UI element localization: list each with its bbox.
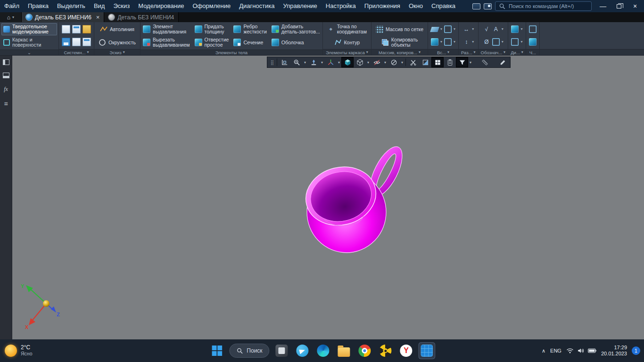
drawing-view-icon[interactable] [529,25,537,33]
autoline-button[interactable]: Автолиния [98,23,137,35]
mode-wireframe-surfaces[interactable]: Каркас иповерхности [1,36,57,49]
chevron-down-icon[interactable]: ▾ [520,27,522,31]
kompas-app-icon[interactable] [419,342,436,359]
chevron-down-icon[interactable]: ▾ [502,40,504,44]
filter-button[interactable] [456,57,468,67]
chevron-down-icon[interactable]: ▾ [474,50,476,54]
menu-settings[interactable]: Настройка [322,0,360,12]
chevron-down-icon[interactable]: ▾ [419,50,421,54]
minimize-button[interactable]: — [595,0,611,12]
chevron-down-icon[interactable]: ▾ [383,60,388,65]
gray-window-app-icon[interactable] [273,342,290,359]
file-explorer-icon[interactable] [336,342,353,359]
probe-button[interactable] [496,57,509,67]
shell-button[interactable]: Оболочка [269,36,322,49]
model-3d-cup[interactable] [299,140,409,257]
grid-array-button[interactable]: Массив по сетке [373,23,426,35]
circle-button[interactable]: Окружность [96,36,138,49]
weather-widget[interactable]: 2°C Ясно [5,339,32,362]
taskbar-search[interactable]: Поиск [229,344,269,358]
orientation-button[interactable] [307,57,320,67]
chevron-down-icon[interactable]: ▾ [502,27,504,31]
variables-panel-icon[interactable]: fx [4,86,8,93]
zoom-button[interactable] [290,57,303,67]
section-button[interactable]: Сечение [231,36,269,49]
aux-csys-icon[interactable] [431,38,438,46]
chevron-down-icon[interactable]: ▾ [366,60,371,65]
datum-icon[interactable]: A [492,25,500,33]
horizontal-dimension-icon[interactable]: ↔ [462,25,470,33]
chevron-down-icon[interactable]: ▾ [447,50,449,54]
menu-applications[interactable]: Приложения [360,0,405,12]
command-search-input[interactable] [509,3,588,9]
menu-edit[interactable]: Правка [24,0,53,12]
copy-objects-button[interactable]: Копироватьобъекты [379,36,421,49]
open-document-icon[interactable] [72,25,81,33]
chevron-down-icon[interactable]: ▾ [454,27,455,31]
chevron-down-icon[interactable]: ▾ [400,60,405,65]
collapse-ribbon-icon[interactable]: ⌄ [27,50,31,55]
chevron-down-icon[interactable]: ▾ [504,50,505,54]
notification-badge[interactable]: 1 [632,346,640,355]
home-tab-button[interactable]: ⌂ ▾ [0,12,22,22]
coordinate-system-button[interactable] [278,57,290,67]
chrome-app-icon[interactable] [356,342,373,359]
edge-app-icon[interactable] [315,342,332,359]
tab-document-2[interactable]: Деталь БЕЗ ИМЕНИ4 [104,12,179,22]
mode-solid-modeling[interactable]: Твердотельноемоделирование [1,23,57,35]
info-icon[interactable] [511,38,519,46]
trim-button[interactable] [407,57,419,67]
chevron-down-icon[interactable]: ▾ [454,40,455,44]
close-tab-icon[interactable]: × [96,14,100,20]
chevron-down-icon[interactable]: ▾ [521,50,523,54]
menu-view[interactable]: Вид [90,0,109,12]
start-button[interactable] [208,342,225,359]
clipboard-button[interactable] [444,57,456,67]
menu-select[interactable]: Выделить [53,0,90,12]
chevron-down-icon[interactable]: ▾ [320,60,324,65]
measure-button[interactable] [479,57,491,67]
screen-capture-icon[interactable] [484,3,492,9]
chevron-down-icon[interactable]: ▾ [123,50,125,54]
chevron-down-icon[interactable]: ▾ [337,60,341,65]
hidden-icons-button[interactable]: ∧ [542,348,545,354]
leader-icon[interactable] [492,38,500,46]
viewport-3d[interactable]: ⣿ ▾ ▾ ▾ ▾ ▾ ▾ [12,56,644,339]
document-properties-icon[interactable] [83,38,91,46]
chevron-down-icon[interactable]: ▾ [472,27,474,31]
chevron-down-icon[interactable]: ▾ [440,40,442,44]
menu-modeling[interactable]: Моделирование [134,0,188,12]
chevron-down-icon[interactable]: ▾ [468,60,473,65]
hide-objects-button[interactable] [371,57,383,67]
clock[interactable]: 17:29 20.01.2023 [601,345,627,357]
menu-sketch[interactable]: Эскиз [109,0,134,12]
open-folder-icon[interactable] [83,25,91,33]
window-layout-icon[interactable] [472,3,480,9]
add-part-stock-button[interactable]: Добавитьдеталь-заготов... [269,23,322,35]
menu-drawing[interactable]: Оформление [188,0,235,12]
system-tray[interactable] [566,348,596,354]
language-indicator[interactable]: ENG [550,348,561,354]
parameters-panel-icon[interactable] [3,59,9,65]
menu-diagnostics[interactable]: Диагностика [235,0,279,12]
toolbar-grip-icon[interactable]: ⣿ [269,60,276,65]
cut-extrude-button[interactable]: Вырезатьвыдавливанием [140,36,192,49]
simple-hole-button[interactable]: Отверстиепростое [192,36,231,49]
print-document-icon[interactable] [72,38,81,46]
save-document-icon[interactable] [62,38,70,46]
chevron-down-icon[interactable]: ▾ [440,27,442,31]
display-mode-button[interactable] [354,57,366,67]
radiation-app-icon[interactable] [377,342,394,359]
vertical-dimension-icon[interactable]: ↕ [462,38,470,46]
menu-help[interactable]: Справка [427,0,460,12]
check-icon[interactable] [511,25,519,33]
contour-button[interactable]: Контур [332,36,363,49]
main-menu-icon[interactable]: ≡ [4,100,8,107]
local-zones-button[interactable] [431,57,444,67]
rib-button[interactable]: Реброжесткости [231,23,269,35]
menu-file[interactable]: Файл [0,0,24,12]
shaded-view-button[interactable] [341,57,354,67]
roughness-icon[interactable]: √ [483,25,490,33]
chevron-down-icon[interactable]: ▾ [87,50,89,54]
yandex-app-icon[interactable]: Y [398,342,415,359]
